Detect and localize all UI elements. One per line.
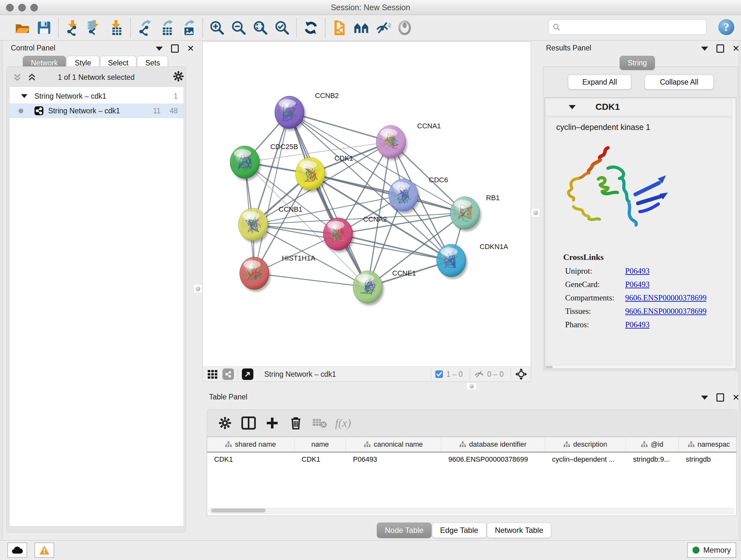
crosslink-label: Pharos: <box>565 320 625 329</box>
node-label: HIST1H1A <box>282 254 315 262</box>
node-table[interactable]: shared namenamecanonical namedatabase id… <box>207 437 737 516</box>
zoom-in-icon[interactable] <box>208 19 226 37</box>
network-node-ccna1[interactable]: CCNA1 <box>376 122 441 160</box>
crosslink-link[interactable]: P06493 <box>625 320 650 329</box>
collapse-all-button[interactable]: Collapse All <box>645 75 714 89</box>
hidden-eye-icon[interactable] <box>474 370 484 379</box>
results-vscrollbar[interactable] <box>732 98 736 369</box>
panel-close-icon[interactable]: ✕ <box>732 45 740 52</box>
column-header-database-identifier[interactable]: database identifier <box>441 437 545 452</box>
export-table-icon[interactable] <box>158 19 176 37</box>
search-box[interactable] <box>548 19 706 35</box>
network-canvas[interactable]: CCNB2 CCNA1 CDC25B CDK1 CDC6 <box>202 42 531 367</box>
crosslink-row: Uniprot:P06493 <box>565 266 734 275</box>
table-cell: 9606.ENSP00000378699 <box>441 452 545 466</box>
refresh-icon[interactable] <box>302 19 320 37</box>
column-header-namespac[interactable]: namespac <box>679 437 737 452</box>
save-session-icon[interactable] <box>35 19 53 37</box>
results-panel-controls: ✕ <box>701 44 740 53</box>
network-selection-status: 1 of 1 Network selected <box>7 73 186 82</box>
zoom-out-icon[interactable] <box>230 19 248 37</box>
tab-edge-table[interactable]: Edge Table <box>432 523 486 538</box>
panel-menu-icon[interactable] <box>701 395 708 400</box>
gene-expander-icon[interactable] <box>569 105 576 109</box>
network-badge-icon[interactable] <box>222 368 234 380</box>
panel-menu-icon[interactable] <box>701 47 708 51</box>
gene-name: CDK1 <box>596 102 620 112</box>
node-label: CCNA2 <box>363 215 387 223</box>
node-label: CCNA1 <box>417 122 441 130</box>
import-database-icon[interactable] <box>85 19 104 37</box>
delete-table-icon <box>310 414 329 432</box>
expand-all-button[interactable]: Expand All <box>568 75 631 89</box>
results-panel-title: Results Panel <box>546 44 591 52</box>
show-details-icon[interactable] <box>396 19 414 37</box>
network-node-cdk1[interactable]: CDK1 <box>295 154 353 192</box>
import-table-icon[interactable] <box>107 19 125 37</box>
network-tree-panel: 1 of 1 Network selected String Network –… <box>6 66 186 533</box>
open-session-icon[interactable] <box>13 19 31 37</box>
horizontal-splitter-handle[interactable] <box>467 382 477 390</box>
tab-node-table[interactable]: Node Table <box>377 523 431 538</box>
fit-content-icon[interactable] <box>515 368 528 381</box>
network-node-cdc25b[interactable]: CDC25B <box>230 143 298 181</box>
panel-float-icon[interactable] <box>171 44 179 53</box>
network-node-hist1h1a[interactable]: HIST1H1A <box>240 254 315 292</box>
network-options-gear-icon[interactable] <box>173 71 184 82</box>
collection-expander-icon[interactable] <box>21 94 27 98</box>
help-button[interactable]: ? <box>718 18 735 37</box>
zoom-selected-icon[interactable] <box>273 19 291 37</box>
crosslink-link[interactable]: 9606.ENSP00000378699 <box>625 307 706 315</box>
panel-float-icon[interactable] <box>717 393 724 401</box>
tab-network-table[interactable]: Network Table <box>487 523 551 538</box>
table-hscrollbar[interactable] <box>208 508 734 514</box>
network-node-cdc6[interactable]: CDC6 <box>389 176 448 213</box>
search-input[interactable] <box>561 23 702 32</box>
title-bar: Session: New Session <box>0 0 741 15</box>
network-node-cdkn1a[interactable]: CDKN1A <box>436 243 509 279</box>
crosslink-link[interactable]: P06493 <box>625 266 650 275</box>
crosslink-link[interactable]: 9606.ENSP00000378699 <box>625 294 706 302</box>
panel-close-icon[interactable]: ✕ <box>732 394 740 401</box>
selected-count: 1 – 0 <box>447 370 463 379</box>
right-splitter-handle[interactable] <box>531 208 540 217</box>
network-collection-row[interactable]: String Network – cdk1 1 <box>10 89 184 104</box>
zoom-fit-icon[interactable] <box>252 19 269 37</box>
table-tabs: Node TableEdge TableNetwork Table <box>377 523 551 538</box>
column-header-name[interactable]: name <box>294 437 346 452</box>
add-column-icon[interactable] <box>263 414 282 432</box>
results-panel: Results Panel ✕ String Expand All Collap… <box>542 41 739 373</box>
function-builder-button[interactable]: f(x) <box>333 414 353 432</box>
show-columns-icon[interactable] <box>239 414 258 432</box>
document-network-icon[interactable] <box>331 19 348 37</box>
panel-menu-icon[interactable] <box>156 47 163 51</box>
overview-icon[interactable] <box>352 19 370 37</box>
network-row[interactable]: String Network – cdk1 11 48 <box>10 104 184 118</box>
network-node-rb1[interactable]: RB1 <box>450 194 500 232</box>
panel-close-icon[interactable]: ✕ <box>187 45 194 52</box>
export-image-icon[interactable] <box>179 19 197 37</box>
table-row[interactable]: CDK1CDK1P064939606.ENSP00000378699cyclin… <box>207 452 736 466</box>
column-header-canonical-name[interactable]: canonical name <box>346 437 441 452</box>
memory-button[interactable]: Memory <box>687 543 736 558</box>
column-header-description[interactable]: description <box>545 437 626 452</box>
hide-details-icon[interactable] <box>374 19 392 37</box>
export-network-icon[interactable] <box>136 19 154 37</box>
network-node-ccnb1[interactable]: CCNB1 <box>239 205 302 243</box>
column-header--id[interactable]: @id <box>626 437 679 452</box>
table-settings-gear-icon[interactable] <box>215 414 234 432</box>
grid-view-icon[interactable] <box>207 369 218 380</box>
panel-float-icon[interactable] <box>717 44 724 53</box>
results-hscrollbar[interactable] <box>545 365 732 369</box>
warning-button[interactable] <box>35 543 54 558</box>
selected-checkbox-icon[interactable] <box>435 370 443 378</box>
cloud-button[interactable] <box>7 543 27 558</box>
column-header-shared-name[interactable]: shared name <box>207 437 294 452</box>
left-splitter-handle[interactable] <box>193 284 202 293</box>
delete-column-icon[interactable] <box>286 414 306 432</box>
node-label: CDK1 <box>334 154 353 162</box>
import-network-icon[interactable] <box>64 19 82 37</box>
crosslink-link[interactable]: P06493 <box>625 280 650 289</box>
tab-string[interactable]: String <box>620 56 655 70</box>
open-in-window-icon[interactable] <box>242 368 253 380</box>
